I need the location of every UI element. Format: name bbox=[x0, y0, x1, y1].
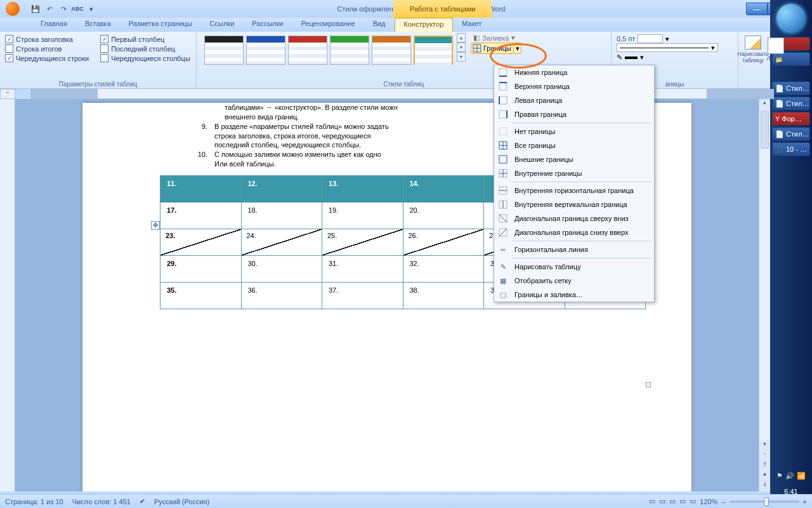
flag-icon[interactable]: ⚑ bbox=[776, 472, 783, 480]
group-label-options: Параметры стилей таблиц bbox=[0, 81, 196, 88]
draw-table-button[interactable]: Нарисовать таблицу bbox=[743, 36, 763, 64]
tab-mailings[interactable]: Рассылки bbox=[243, 18, 292, 32]
prev-page-icon[interactable]: ⇑ bbox=[759, 461, 770, 471]
menu-horizontal-line[interactable]: ═Горизонтальная линия bbox=[494, 243, 654, 257]
zoom-slider[interactable] bbox=[730, 500, 799, 503]
menu-top-border[interactable]: Верхняя граница bbox=[494, 79, 654, 93]
table-move-handle[interactable]: ✥ bbox=[151, 221, 160, 230]
redo-icon[interactable]: ↷ bbox=[58, 4, 69, 14]
zoom-value[interactable]: 120% bbox=[700, 498, 717, 505]
svg-rect-5 bbox=[499, 83, 507, 90]
scroll-down-icon[interactable]: ▾ bbox=[759, 441, 770, 451]
style-thumb[interactable] bbox=[330, 36, 369, 65]
taskbar-item[interactable]: 📄Стил… bbox=[772, 127, 810, 141]
style-thumb[interactable] bbox=[288, 36, 327, 65]
volume-icon[interactable]: 🔊 bbox=[785, 472, 794, 480]
menu-left-border[interactable]: Левая граница bbox=[494, 93, 654, 107]
view-draft-icon[interactable]: ▭ bbox=[690, 497, 696, 505]
taskbar-item[interactable]: 🎵10 - … bbox=[772, 142, 810, 156]
cb-last-col[interactable]: Последний столбец bbox=[100, 44, 190, 53]
title-bar: 💾 ↶ ↷ ABC ▾ Стили оформления таблиц в во… bbox=[0, 0, 812, 18]
style-thumb[interactable] bbox=[372, 36, 411, 65]
menu-no-border[interactable]: Нет границы bbox=[494, 124, 654, 138]
status-page[interactable]: Страница: 1 из 10 bbox=[5, 498, 63, 505]
menu-draw-table[interactable]: ✎Нарисовать таблицу bbox=[494, 260, 654, 274]
qat-more-icon[interactable]: ▾ bbox=[86, 4, 96, 14]
status-words[interactable]: Число слов: 1 451 bbox=[72, 498, 131, 505]
svg-line-24 bbox=[499, 215, 507, 222]
status-bar: Страница: 1 из 10 Число слов: 1 451 ✔ Ру… bbox=[0, 494, 812, 508]
tab-home[interactable]: Главная bbox=[32, 18, 76, 32]
tab-view[interactable]: Вид bbox=[364, 18, 395, 32]
minimize-button[interactable]: — bbox=[746, 3, 768, 15]
gallery-scroll[interactable]: ▴▾▾ bbox=[457, 33, 466, 67]
ruler-horizontal[interactable] bbox=[30, 89, 774, 99]
ruler-vertical[interactable] bbox=[0, 99, 15, 491]
bucket-icon: ◧ bbox=[473, 34, 480, 42]
tab-review[interactable]: Рецензирование bbox=[292, 18, 364, 32]
view-web-icon[interactable]: ▭ bbox=[669, 497, 676, 505]
menu-borders-shading[interactable]: ▢Границы и заливка… bbox=[494, 288, 654, 302]
pen-weight-value: 0,5 пт bbox=[617, 35, 635, 43]
scroll-up-icon[interactable]: ▴ bbox=[759, 99, 770, 109]
tab-table-layout[interactable]: Макет bbox=[453, 18, 490, 32]
table-resize-handle[interactable] bbox=[646, 382, 651, 387]
table-styles-gallery[interactable] bbox=[202, 33, 455, 67]
cb-first-col[interactable]: ✓Первый столбец bbox=[100, 34, 190, 44]
network-icon[interactable]: 📶 bbox=[797, 472, 806, 480]
menu-diag-down-border[interactable]: Диагональная граница сверху вниз bbox=[494, 211, 654, 225]
pen-style-dropdown[interactable]: ▾ bbox=[617, 43, 718, 52]
cb-total-row[interactable]: Строка итогов bbox=[5, 44, 89, 53]
select-browse-icon[interactable]: ● bbox=[759, 471, 770, 481]
start-button[interactable] bbox=[776, 4, 806, 33]
tab-design[interactable]: Конструктор bbox=[395, 18, 454, 32]
system-tray[interactable]: ⚑🔊📶 bbox=[770, 472, 812, 480]
menu-all-borders[interactable]: Все границы bbox=[494, 138, 654, 152]
menu-view-gridlines[interactable]: ▦Отобразить сетку bbox=[494, 274, 654, 288]
menu-right-border[interactable]: Правая граница bbox=[494, 107, 654, 121]
doc-text: таблицами» → «конструктор». В разделе ст… bbox=[225, 104, 398, 111]
taskbar-item[interactable]: 📄Стил… bbox=[772, 97, 810, 110]
undo-icon[interactable]: ↶ bbox=[44, 4, 55, 14]
zoom-in-icon[interactable]: + bbox=[803, 498, 807, 505]
status-proof-icon[interactable]: ✔ bbox=[140, 497, 145, 505]
cb-header-row[interactable]: ✓Строка заголовка bbox=[5, 34, 89, 44]
browse-object-icon[interactable]: ◦ bbox=[759, 451, 770, 461]
status-language[interactable]: Русский (Россия) bbox=[154, 498, 209, 505]
svg-rect-7 bbox=[499, 97, 507, 104]
next-page-icon[interactable]: ⇓ bbox=[759, 481, 770, 491]
style-thumb[interactable] bbox=[246, 36, 285, 65]
fill-button[interactable]: ◧Заливка▾ bbox=[471, 33, 521, 43]
style-thumb-selected[interactable] bbox=[414, 36, 453, 65]
pen-weight-dropdown[interactable] bbox=[638, 34, 663, 43]
view-reading-icon[interactable]: ▭ bbox=[659, 497, 665, 505]
style-thumb[interactable] bbox=[204, 36, 244, 65]
menu-inside-h-border[interactable]: Внутренняя горизонтальная граница bbox=[494, 184, 654, 197]
cb-banded-rows[interactable]: ✓Чередующиеся строки bbox=[5, 53, 89, 63]
eraser-button[interactable]: Ластик bbox=[766, 36, 785, 64]
svg-line-26 bbox=[499, 229, 507, 236]
spell-icon[interactable]: ABC bbox=[72, 4, 82, 14]
tab-insert[interactable]: Вставка bbox=[76, 18, 120, 32]
scroll-thumb[interactable] bbox=[761, 110, 769, 149]
zoom-out-icon[interactable]: – bbox=[721, 498, 725, 505]
menu-bottom-border[interactable]: Нижняя граница bbox=[494, 65, 654, 79]
vertical-scrollbar[interactable]: ▴ ▾ ◦ ⇑ ● ⇓ bbox=[759, 99, 770, 491]
menu-outside-borders[interactable]: Внешние границы bbox=[494, 152, 654, 166]
tab-layout[interactable]: Разметка страницы bbox=[120, 18, 201, 32]
save-icon[interactable]: 💾 bbox=[30, 4, 41, 14]
cb-banded-cols[interactable]: Чередующиеся столбцы bbox=[100, 53, 190, 63]
tab-references[interactable]: Ссылки bbox=[201, 18, 244, 32]
view-outline-icon[interactable]: ▭ bbox=[679, 497, 686, 505]
pen-color-dropdown[interactable]: ✎▾ bbox=[617, 53, 733, 62]
menu-inside-v-border[interactable]: Внутренняя вертикальная граница bbox=[494, 197, 654, 211]
office-button[interactable] bbox=[0, 0, 25, 18]
menu-diag-up-border[interactable]: Диагональная граница снизу вверх bbox=[494, 225, 654, 239]
borders-split-button[interactable]: Границы▾ bbox=[471, 43, 521, 54]
context-tab-header: Работа с таблицами bbox=[393, 0, 492, 18]
taskbar-item[interactable]: YФор… bbox=[772, 112, 810, 126]
svg-rect-9 bbox=[499, 110, 507, 118]
pen-icon: ✎ bbox=[617, 53, 622, 62]
menu-inside-borders[interactable]: Внутренние границы bbox=[494, 166, 654, 180]
view-print-layout-icon[interactable]: ▭ bbox=[649, 497, 655, 505]
